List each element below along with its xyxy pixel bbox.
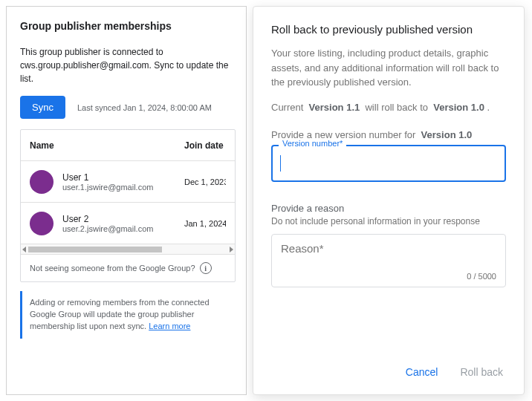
period: . <box>487 102 490 113</box>
scroll-thumb[interactable] <box>28 247 162 252</box>
character-count: 0 / 5000 <box>467 272 496 281</box>
user-email: user.2.jswire@gmail.com <box>62 224 184 233</box>
current-version: Version 1.1 <box>309 102 360 113</box>
cancel-button[interactable]: Cancel <box>403 362 441 382</box>
reason-heading: Provide a reason <box>271 203 506 214</box>
reason-placeholder: Reason* <box>281 242 496 255</box>
not-seeing-row: Not seeing someone from the Google Group… <box>21 255 235 281</box>
group-publisher-panel: Group publisher memberships This group p… <box>6 6 247 395</box>
dialog-title: Roll back to previously published versio… <box>271 23 506 36</box>
dialog-actions: Cancel Roll back <box>271 354 506 382</box>
version-number-input[interactable] <box>271 145 506 182</box>
version-summary: Current Version 1.1 will roll back to Ve… <box>271 102 506 113</box>
rollback-button[interactable]: Roll back <box>457 362 506 382</box>
user-name: User 2 <box>62 214 184 224</box>
join-date: Dec 1, 2023 <box>184 177 226 186</box>
column-join-date: Join date <box>184 140 226 151</box>
provide-version-for: Version 1.0 <box>421 129 473 140</box>
current-label: Current <box>271 102 303 113</box>
horizontal-scrollbar[interactable] <box>21 244 235 255</box>
learn-more-link[interactable]: Learn more <box>149 322 190 330</box>
dialog-description: Your store listing, including product de… <box>271 46 506 90</box>
sync-button[interactable]: Sync <box>20 96 65 119</box>
user-info: User 1 user.1.jswire@gmail.com <box>62 172 184 192</box>
user-email: user.1.jswire@gmail.com <box>62 183 184 192</box>
last-synced-text: Last synced Jan 1, 2024, 8:00:00 AM <box>77 103 212 112</box>
join-date: Jan 1, 2024 <box>184 219 226 228</box>
table-row: User 2 user.2.jswire@gmail.com Jan 1, 20… <box>21 203 235 244</box>
panel-title: Group publisher memberships <box>20 20 236 32</box>
info-note: Adding or removing members from the conn… <box>20 291 236 339</box>
avatar <box>30 212 53 235</box>
reason-textarea[interactable]: Reason* 0 / 5000 <box>271 234 506 287</box>
scroll-right-arrow-icon[interactable] <box>230 247 233 252</box>
version-number-label: Version number* <box>279 139 346 148</box>
user-info: User 2 user.2.jswire@gmail.com <box>62 214 184 233</box>
reason-subtext: Do not include personal information in y… <box>271 216 506 226</box>
not-seeing-text: Not seeing someone from the Google Group… <box>30 264 195 273</box>
avatar <box>30 170 53 194</box>
rollback-dialog: Roll back to previously published versio… <box>253 6 525 395</box>
info-icon[interactable]: i <box>200 262 212 274</box>
scroll-left-arrow-icon[interactable] <box>22 247 26 252</box>
table-row: User 1 user.1.jswire@gmail.com Dec 1, 20… <box>21 161 235 203</box>
members-table: Name Join date User 1 user.1.jswire@gmai… <box>20 129 236 282</box>
version-number-field-wrap: Version number* <box>271 145 506 182</box>
panel-description: This group publisher is connected to cws… <box>20 45 236 85</box>
user-name: User 1 <box>62 172 184 183</box>
target-version: Version 1.0 <box>433 102 484 113</box>
sync-row: Sync Last synced Jan 1, 2024, 8:00:00 AM <box>20 96 236 119</box>
text-caret-icon <box>280 155 281 172</box>
table-header: Name Join date <box>21 130 235 161</box>
column-name: Name <box>30 140 184 151</box>
will-rollback-label: will roll back to <box>365 102 428 113</box>
